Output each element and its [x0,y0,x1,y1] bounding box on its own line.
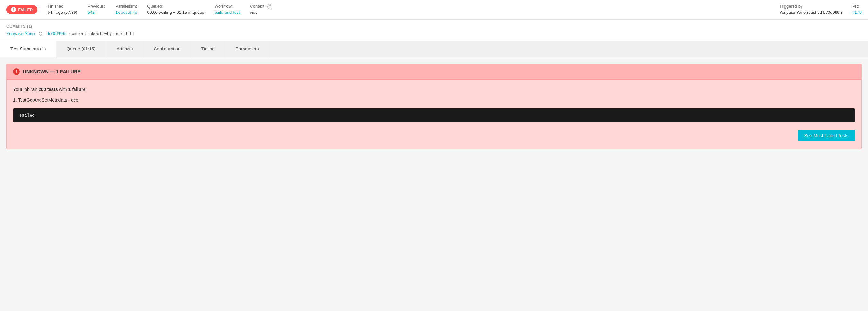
exclamation-icon: ! [11,7,16,12]
finished-value: 5 hr ago (57:39) [48,10,78,15]
header-right: Triggered by: Yoriyasu Yano (pushed b70d… [779,4,862,15]
main-content: ! UNKNOWN — 1 FAILURE Your job ran 200 t… [0,57,868,156]
previous-value[interactable]: 542 [88,10,105,15]
status-label: FAILED [18,7,33,12]
triggered-commit[interactable]: b70d996 [823,10,839,15]
failure-title: UNKNOWN — 1 FAILURE [23,69,81,74]
failure-header: ! UNKNOWN — 1 FAILURE [7,64,861,80]
summary-pre: Your job ran [13,87,38,92]
queued-meta: Queued: 00:00 waiting + 01:15 in queue [147,4,204,15]
failure-code-block: Failed [13,108,855,122]
commit-hash[interactable]: b70d996 [48,31,65,36]
workflow-value[interactable]: build-and-test [215,10,240,15]
commit-arrow-icon [38,32,44,36]
triggered-label: Triggered by: [779,4,842,9]
tab-artifacts[interactable]: Artifacts [106,41,144,57]
previous-meta: Previous: 542 [88,4,105,15]
context-help-icon[interactable]: ? [267,4,272,9]
see-most-failed-tests-button[interactable]: See Most Failed Tests [798,130,855,142]
finished-meta: Finished: 5 hr ago (57:39) [48,4,78,15]
commits-section: COMMITS (1) Yoriyasu Yano b70d996 commen… [0,20,868,41]
tab-configuration[interactable]: Configuration [143,41,191,57]
failure-summary: Your job ran 200 tests with 1 failure [13,86,855,93]
commit-message: comment about why use diff [69,31,134,36]
pr-section: PR: #179 [852,4,862,15]
previous-label: Previous: [88,4,105,9]
pr-value[interactable]: #179 [852,10,862,15]
parallelism-value[interactable]: 1x out of 4x [115,10,137,15]
triggered-author[interactable]: Yoriyasu Yano [779,10,806,15]
failure-actions: See Most Failed Tests [13,127,855,143]
summary-failures: 1 failure [68,87,86,92]
tab-test-summary[interactable]: Test Summary (1) [0,41,56,57]
context-value: N/A [250,10,272,15]
triggered-value: Yoriyasu Yano (pushed b70d996 ) [779,10,842,15]
workflow-label: Workflow: [215,4,240,9]
tabs-bar: Test Summary (1) Queue (01:15) Artifacts… [0,41,868,57]
commit-row: Yoriyasu Yano b70d996 comment about why … [6,31,862,36]
commit-author[interactable]: Yoriyasu Yano [6,31,35,36]
summary-tests: 200 tests [38,87,58,92]
triggered-close-paren: ) [841,10,842,15]
test-summary-panel: ! UNKNOWN — 1 FAILURE Your job ran 200 t… [6,64,862,149]
context-label: Context: ? [250,4,272,9]
queued-label: Queued: [147,4,204,9]
header-bar: ! FAILED Finished: 5 hr ago (57:39) Prev… [0,0,868,20]
context-meta: Context: ? N/A [250,4,272,15]
code-output: Failed [20,113,35,118]
tab-parameters[interactable]: Parameters [225,41,269,57]
triggered-section: Triggered by: Yoriyasu Yano (pushed b70d… [779,4,842,15]
parallelism-label: Parallelism: [115,4,137,9]
summary-middle: with [58,87,68,92]
failure-list: 1. TestGetAndSetMetadata - gcp [13,97,855,103]
commits-label: COMMITS (1) [6,24,862,29]
pr-label: PR: [852,4,862,9]
tab-queue[interactable]: Queue (01:15) [56,41,106,57]
status-badge: ! FAILED [6,5,37,14]
queued-value: 00:00 waiting + 01:15 in queue [147,10,204,15]
workflow-meta: Workflow: build-and-test [215,4,240,15]
tab-timing[interactable]: Timing [191,41,225,57]
failure-icon: ! [13,68,20,75]
parallelism-meta: Parallelism: 1x out of 4x [115,4,137,15]
triggered-action: (pushed [807,10,823,15]
finished-label: Finished: [48,4,78,9]
header-meta: Finished: 5 hr ago (57:39) Previous: 542… [48,4,769,15]
failure-body: Your job ran 200 tests with 1 failure 1.… [7,80,861,149]
list-item: 1. TestGetAndSetMetadata - gcp [13,97,855,103]
